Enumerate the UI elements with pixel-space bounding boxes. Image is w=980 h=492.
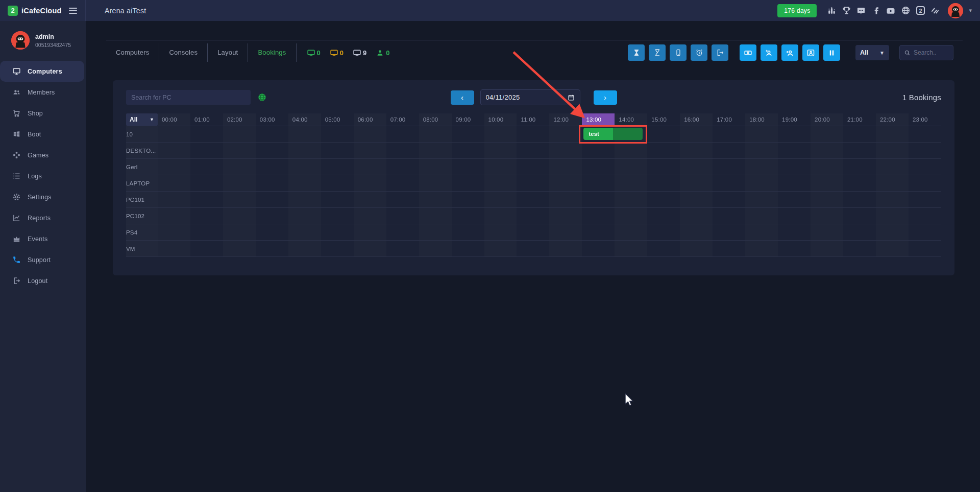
- globe-green-icon[interactable]: [258, 93, 266, 102]
- grid-cell[interactable]: [647, 241, 680, 256]
- grid-cell[interactable]: [256, 159, 288, 175]
- grid-cell[interactable]: [778, 224, 811, 240]
- grid-cell[interactable]: [354, 224, 386, 240]
- grid-cell[interactable]: [680, 241, 713, 256]
- grid-cell[interactable]: [876, 175, 909, 191]
- grid-cell[interactable]: [778, 192, 811, 207]
- globe-icon[interactable]: [900, 6, 911, 16]
- grid-cell[interactable]: [256, 192, 288, 207]
- grid-cell[interactable]: [354, 175, 386, 191]
- grid-cell[interactable]: [158, 143, 190, 158]
- counter-offline[interactable]: 9: [353, 49, 366, 57]
- sidebar-item-settings[interactable]: Settings: [0, 186, 86, 207]
- grid-cell[interactable]: [386, 126, 419, 142]
- grid-cell[interactable]: [256, 143, 288, 158]
- hour-header-cell[interactable]: 12:00: [549, 113, 582, 126]
- search-input[interactable]: [914, 49, 949, 56]
- grid-cell[interactable]: [647, 208, 680, 224]
- grid-cell[interactable]: [811, 224, 843, 240]
- grid-cell[interactable]: [647, 126, 680, 142]
- user-card[interactable]: admin 005193482475: [0, 21, 86, 61]
- grid-cell[interactable]: [452, 143, 484, 158]
- grid-cell[interactable]: [909, 224, 941, 240]
- alarm-icon[interactable]: [691, 44, 707, 61]
- grid-cell[interactable]: [582, 143, 615, 158]
- grid-cell[interactable]: [484, 192, 517, 207]
- grid-cell[interactable]: [321, 192, 354, 207]
- grid-cell[interactable]: [582, 175, 615, 191]
- grid-cell[interactable]: [680, 224, 713, 240]
- grid-cell[interactable]: [778, 159, 811, 175]
- grid-cell[interactable]: [647, 159, 680, 175]
- brand-logo[interactable]: 2 iCafeCloud: [8, 6, 62, 16]
- grid-cell[interactable]: [745, 159, 778, 175]
- grid-cell[interactable]: [256, 241, 288, 256]
- grid-cell[interactable]: [223, 224, 256, 240]
- hour-header-cell[interactable]: 01:00: [190, 113, 223, 126]
- sidebar-item-support[interactable]: Support: [0, 249, 86, 270]
- monitor-user-icon[interactable]: [802, 44, 819, 61]
- grid-cell[interactable]: [256, 224, 288, 240]
- grid-cell[interactable]: [680, 159, 713, 175]
- hour-header-cell[interactable]: 19:00: [778, 113, 811, 126]
- grid-cell[interactable]: [354, 126, 386, 142]
- grid-cell[interactable]: [517, 175, 549, 191]
- grid-cell[interactable]: [843, 208, 876, 224]
- hour-header-cell[interactable]: 05:00: [321, 113, 354, 126]
- grid-cell[interactable]: [549, 208, 582, 224]
- grid-cell[interactable]: [288, 175, 321, 191]
- hour-header-cell[interactable]: 13:00: [582, 113, 615, 126]
- grid-cell[interactable]: [484, 208, 517, 224]
- grid-cell[interactable]: [452, 241, 484, 256]
- grid-cell[interactable]: [158, 175, 190, 191]
- hour-header-cell[interactable]: 23:00: [909, 113, 941, 126]
- date-input[interactable]: [486, 93, 564, 101]
- signout-icon[interactable]: [712, 44, 728, 61]
- grid-cell[interactable]: [288, 192, 321, 207]
- grid-cell[interactable]: [386, 208, 419, 224]
- grid-cell[interactable]: [158, 224, 190, 240]
- tab-consoles[interactable]: Consoles: [159, 43, 208, 62]
- grid-cell[interactable]: [321, 208, 354, 224]
- grid-cell[interactable]: [419, 159, 452, 175]
- grid-cell[interactable]: [190, 175, 223, 191]
- grid-cell[interactable]: [680, 126, 713, 142]
- grid-cell[interactable]: [876, 143, 909, 158]
- grid-cell[interactable]: [680, 208, 713, 224]
- grid-cell[interactable]: [713, 192, 745, 207]
- grid-cell[interactable]: [549, 192, 582, 207]
- grid-cell[interactable]: [680, 143, 713, 158]
- grid-cell[interactable]: [321, 224, 354, 240]
- sidebar-item-games[interactable]: Games: [0, 145, 86, 166]
- grid-cell[interactable]: [321, 241, 354, 256]
- grid-cell[interactable]: [158, 126, 190, 142]
- grid-cell[interactable]: [909, 208, 941, 224]
- grid-cell[interactable]: [484, 224, 517, 240]
- sidebar-item-reports[interactable]: Reports: [0, 207, 86, 228]
- grid-cell[interactable]: [386, 192, 419, 207]
- hour-header-cell[interactable]: 06:00: [354, 113, 386, 126]
- grid-cell[interactable]: [843, 224, 876, 240]
- brand-icon[interactable]: 2: [915, 6, 925, 16]
- grid-cell[interactable]: [354, 192, 386, 207]
- grid-cell[interactable]: [549, 175, 582, 191]
- grid-cell[interactable]: [811, 175, 843, 191]
- grid-cell[interactable]: [811, 192, 843, 207]
- hour-header-cell[interactable]: 20:00: [811, 113, 843, 126]
- booking-bar[interactable]: test: [583, 128, 643, 140]
- trophy-icon[interactable]: [841, 6, 851, 16]
- grid-cell[interactable]: [549, 159, 582, 175]
- grid-cell[interactable]: [517, 192, 549, 207]
- grid-cell[interactable]: [452, 224, 484, 240]
- hour-header-cell[interactable]: 07:00: [386, 113, 419, 126]
- grid-cell[interactable]: [484, 143, 517, 158]
- grid-filter-select[interactable]: All ▼: [126, 113, 158, 126]
- grid-cell[interactable]: [909, 159, 941, 175]
- grid-cell[interactable]: [745, 241, 778, 256]
- sidebar-item-boot[interactable]: Boot: [0, 124, 86, 145]
- sidebar-item-shop[interactable]: Shop: [0, 103, 86, 124]
- grid-cell[interactable]: [843, 175, 876, 191]
- sidebar-item-computers[interactable]: Computers: [0, 61, 84, 82]
- grid-cell[interactable]: [288, 224, 321, 240]
- grid-cell[interactable]: [419, 192, 452, 207]
